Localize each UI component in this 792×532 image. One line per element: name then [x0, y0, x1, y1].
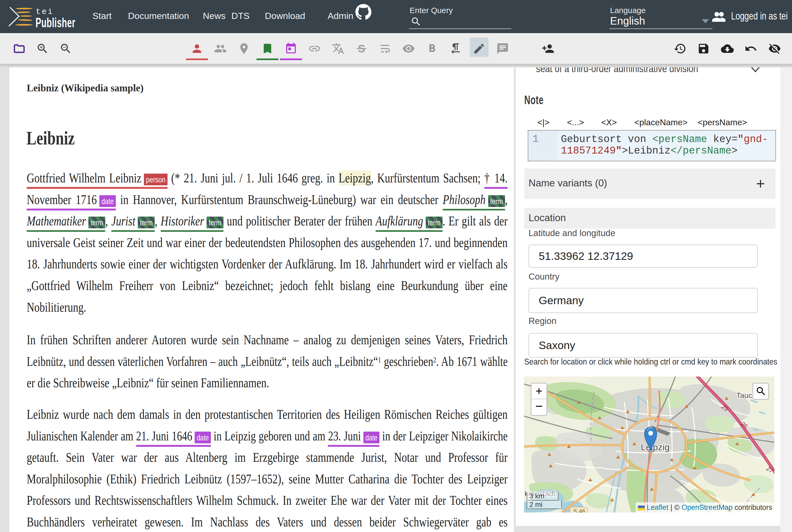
svg-text:S 46: S 46 — [573, 508, 585, 513]
svg-text:Leipzig: Leipzig — [641, 442, 670, 452]
